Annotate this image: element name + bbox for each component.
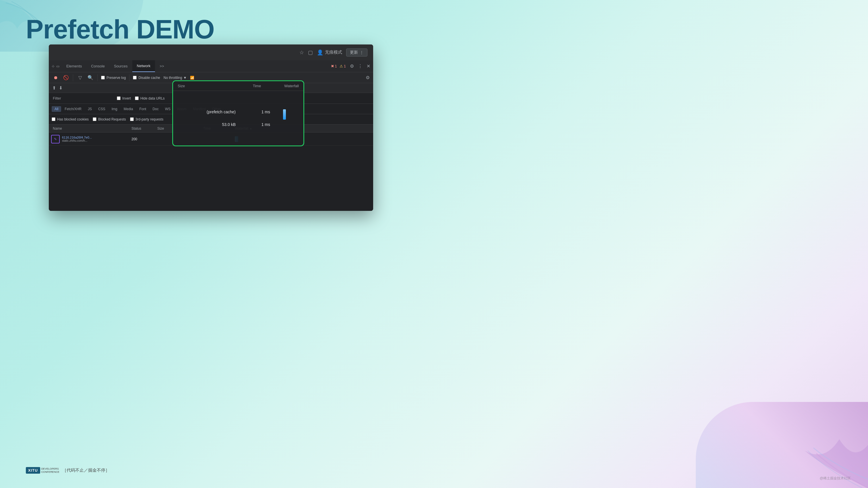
preserve-log-checkbox[interactable]: Preserve log — [101, 76, 126, 80]
size-text: 53.0 kB — [222, 122, 236, 127]
type-filter-js[interactable]: JS — [85, 106, 95, 112]
hide-urls-input[interactable] — [135, 96, 138, 100]
time-text-2: 1 ms — [261, 122, 270, 127]
highlight-time-2: 1 ms — [236, 122, 270, 127]
highlight-row-2: 53.0 kB 1 ms — [178, 122, 299, 127]
type-filter-all[interactable]: All — [52, 106, 61, 112]
invert-label: Invert — [122, 96, 131, 100]
devtools-select-icon[interactable]: ⊹ ▭ — [52, 64, 59, 68]
type-filter-fetch[interactable]: Fetch/XHR — [62, 106, 84, 112]
type-filter-css[interactable]: CSS — [95, 106, 108, 112]
highlight-size-1: (prefetch cache) — [178, 109, 236, 115]
type-filter-doc[interactable]: Doc — [150, 106, 161, 112]
throttling-label: No throttling — [164, 76, 182, 80]
col-header-status: Status — [129, 127, 155, 131]
highlight-th-size: Size — [178, 84, 223, 88]
js-icon: ✎ — [54, 137, 57, 141]
col-header-name: Name — [49, 127, 129, 131]
settings-icon[interactable]: ⚙ — [350, 63, 354, 69]
error-badge: ✖ 1 ⚠ 1 — [331, 64, 346, 68]
disable-cache-input[interactable] — [133, 76, 136, 79]
filter-options: Invert Hide data URLs — [117, 96, 165, 100]
hide-urls-label: Hide data URLs — [141, 96, 165, 100]
type-filter-ws[interactable]: WS — [162, 106, 174, 112]
cache-text: (prefetch cache) — [207, 109, 236, 114]
blocked-cookies-input[interactable] — [52, 117, 55, 121]
tab-network[interactable]: Network — [132, 60, 155, 72]
file-type-icon: ✎ — [51, 135, 60, 143]
hide-urls-checkbox[interactable]: Hide data URLs — [135, 96, 165, 100]
upload-icon[interactable]: ⬆ — [52, 85, 56, 91]
filter-icon[interactable]: ▽ — [76, 74, 84, 81]
type-filter-font[interactable]: Font — [136, 106, 149, 112]
third-party-label: 3rd-party requests — [135, 117, 163, 121]
type-filter-img[interactable]: Img — [109, 106, 120, 112]
xitu-logo: XITU — [26, 467, 40, 474]
devtools-actions: ✖ 1 ⚠ 1 ⚙ ⋮ ✕ — [331, 63, 370, 69]
file-info: 6116.216a26f4.7e0... static.zhihu.com/h.… — [62, 136, 92, 142]
network-settings-icon[interactable]: ⚙ — [366, 75, 370, 80]
blocked-cookies-label: Has blocked cookies — [57, 117, 89, 121]
third-party-input[interactable] — [130, 117, 134, 121]
tab-sources[interactable]: Sources — [110, 60, 132, 72]
window-icon[interactable]: ▢ — [308, 50, 313, 56]
xitu-subtitle: DEVELOPERS CONFERENCE — [41, 467, 59, 474]
wifi-icon: 📶 — [190, 76, 194, 80]
search-icon[interactable]: 🔍 — [87, 74, 94, 81]
xitu-footer: XITU DEVELOPERS CONFERENCE ［代码不止／掘金不停］ — [26, 467, 110, 474]
blocked-requests-checkbox[interactable]: Blocked Requests — [93, 117, 126, 121]
invert-input[interactable] — [117, 96, 121, 100]
update-button[interactable]: 更新 ⋮ — [346, 48, 367, 57]
error-count: 1 — [335, 64, 337, 68]
xitu-slogan: ［代码不止／掘金不停］ — [62, 468, 110, 473]
devtools-panel: ⊹ ▭ Elements Console Sources Network >> … — [49, 60, 373, 211]
throttling-arrow: ▼ — [183, 76, 187, 80]
highlight-row-1: (prefetch cache) 1 ms — [178, 109, 299, 120]
blocked-requests-label: Blocked Requests — [98, 117, 126, 121]
clear-button[interactable]: 🚫 — [63, 74, 69, 81]
tab-console[interactable]: Console — [86, 60, 110, 72]
blocked-cookies-checkbox[interactable]: Has blocked cookies — [52, 117, 89, 121]
page-title: Prefetch DEMO — [26, 14, 214, 44]
highlight-header: Size Time Waterfall — [173, 81, 303, 91]
incognito-icon: 👤 — [317, 50, 323, 56]
download-icon[interactable]: ⬇ — [59, 85, 63, 91]
xitu-logo-area: XITU DEVELOPERS CONFERENCE — [26, 467, 59, 474]
throttling-selector[interactable]: No throttling ▼ 📶 — [164, 76, 195, 80]
incognito-indicator: 👤 无痕模式 — [317, 50, 342, 56]
update-menu-icon: ⋮ — [360, 50, 364, 55]
toolbar-divider-2 — [97, 74, 98, 81]
cell-status: 200 — [129, 137, 155, 141]
preserve-log-label: Preserve log — [106, 76, 126, 80]
tab-more[interactable]: >> — [155, 60, 168, 72]
warning-count: 1 — [344, 64, 346, 68]
browser-topbar: ☆ ▢ 👤 无痕模式 更新 ⋮ — [49, 44, 373, 60]
kebab-menu-icon[interactable]: ⋮ — [358, 63, 363, 69]
update-label: 更新 — [350, 50, 358, 55]
highlight-waterfall-bar — [283, 109, 286, 120]
disable-cache-checkbox[interactable]: Disable cache — [133, 76, 160, 80]
highlight-popup: Size Time Waterfall (prefetch cache) 1 m… — [172, 80, 304, 146]
error-icon: ✖ — [331, 64, 334, 68]
disable-cache-label: Disable cache — [138, 76, 160, 80]
invert-checkbox[interactable]: Invert — [117, 96, 131, 100]
star-icon[interactable]: ☆ — [299, 50, 304, 56]
cell-name: ✎ 6116.216a26f4.7e0... static.zhihu.com/… — [49, 135, 129, 143]
filter-label: Filter — [53, 96, 61, 100]
blocked-requests-input[interactable] — [93, 117, 96, 121]
third-party-checkbox[interactable]: 3rd-party requests — [130, 117, 163, 121]
record-button[interactable]: ⏺ — [52, 74, 59, 81]
device-icon: ▭ — [56, 64, 59, 68]
close-icon[interactable]: ✕ — [367, 63, 370, 69]
watermark: @稀土掘金技术社区 — [820, 476, 851, 481]
toolbar-divider-3 — [129, 74, 129, 81]
devtools-tabs: ⊹ ▭ Elements Console Sources Network >> … — [49, 60, 373, 72]
browser-window: ☆ ▢ 👤 无痕模式 更新 ⋮ ⊹ ▭ Elements Console Sou… — [49, 44, 373, 211]
file-name-text: 6116.216a26f4.7e0... — [62, 136, 92, 139]
file-host-text: static.zhihu.com/h... — [62, 139, 92, 142]
preserve-log-input[interactable] — [101, 76, 105, 79]
tab-elements[interactable]: Elements — [62, 60, 86, 72]
time-text-1: 1 ms — [261, 109, 270, 114]
type-filter-media[interactable]: Media — [121, 106, 136, 112]
highlight-waterfall — [270, 109, 299, 120]
